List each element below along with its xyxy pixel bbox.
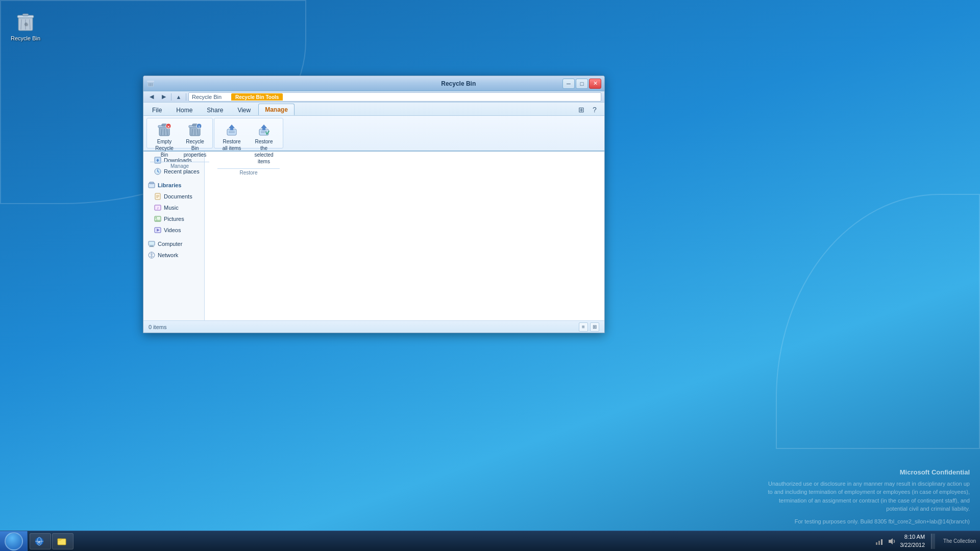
svg-text:e: e (38, 540, 41, 544)
svg-rect-52 (150, 245, 153, 246)
start-button[interactable] (0, 531, 28, 551)
window-controls: ─ □ ✕ (562, 79, 601, 89)
empty-recycle-bin-button[interactable]: ✕ Empty Recycle Bin (150, 120, 179, 161)
recycle-bin-icon: ♻ (15, 10, 36, 33)
minimize-button[interactable]: ─ (562, 79, 575, 89)
restore-selected-button[interactable]: Restore the selected items (248, 120, 280, 167)
restore-all-items-button[interactable]: Restore all items (217, 120, 246, 154)
status-bar: 0 items ≡ ⊞ (143, 320, 604, 333)
watermark-line3: termination of an assignment or contract… (768, 496, 970, 505)
svg-text:♪: ♪ (157, 206, 159, 210)
svg-rect-8 (147, 81, 154, 82)
manage-group-label: Manage (150, 162, 209, 169)
videos-icon (154, 226, 162, 234)
watermark-build: For testing purposes only. Build 8305 fb… (768, 517, 970, 526)
restore-all-label: Restore all items (223, 138, 241, 152)
empty-recycle-bin-icon: ✕ (157, 123, 172, 137)
back-button[interactable]: ◀ (146, 92, 157, 102)
restore-all-icon (225, 123, 239, 137)
taskbar-right: 8:10 AM 3/22/2012 The Collection (875, 533, 980, 549)
close-button[interactable]: ✕ (589, 79, 601, 89)
taskbar-explorer-item[interactable] (52, 533, 74, 549)
explorer-taskbar-icon (57, 536, 67, 546)
volume-tray-icon (888, 537, 896, 545)
toolbar-separator-1 (171, 93, 172, 101)
collection-label: The Collection (943, 538, 976, 544)
documents-icon (154, 192, 162, 201)
sidebar-item-computer[interactable]: Computer (143, 236, 204, 249)
taskbar: e 8:10 AM 3/22/2012 The Collection (0, 531, 980, 551)
network-label: Network (158, 252, 178, 258)
sidebar-item-documents[interactable]: Documents (143, 191, 204, 202)
taskbar-clock[interactable]: 8:10 AM 3/22/2012 (900, 533, 925, 549)
recycle-bin-properties-label: Recycle Bin properties (184, 138, 206, 158)
sidebar-item-videos[interactable]: Videos (143, 224, 204, 236)
svg-rect-51 (149, 241, 155, 245)
window-title: Recycle Bin (355, 80, 563, 87)
tab-view[interactable]: View (231, 104, 257, 115)
sidebar-item-network[interactable]: Network (143, 249, 204, 261)
libraries-icon (148, 181, 156, 189)
svg-rect-62 (878, 541, 880, 545)
sidebar-item-pictures[interactable]: Pictures (143, 213, 204, 224)
recent-places-label: Recent places (164, 168, 200, 174)
ribbon-help-icon[interactable]: ? (589, 104, 600, 115)
svg-text:♻: ♻ (24, 22, 28, 27)
computer-label: Computer (158, 241, 182, 247)
network-tray-icon (875, 537, 884, 545)
network-icon (148, 251, 156, 259)
svg-rect-53 (149, 246, 154, 247)
clock-time: 8:10 AM (900, 533, 925, 541)
music-icon: ♪ (154, 204, 162, 212)
documents-label: Documents (164, 193, 192, 199)
start-orb (5, 532, 23, 550)
taskbar-ie-item[interactable]: e (30, 533, 51, 549)
libraries-label: Libraries (158, 182, 181, 188)
svg-rect-63 (881, 539, 883, 545)
videos-label: Videos (164, 227, 181, 233)
music-label: Music (164, 205, 179, 211)
empty-recycle-bin-label: Empty Recycle Bin (155, 138, 174, 158)
svg-rect-61 (876, 542, 877, 545)
address-text: Recycle Bin (192, 94, 222, 100)
restore-selected-label: Restore the selected items (253, 138, 275, 165)
svg-text:i: i (199, 124, 200, 129)
watermark-line4: potential civil and criminal liability. (768, 505, 970, 513)
restore-group-label: Restore (217, 168, 280, 176)
large-icons-button[interactable]: ⊞ (590, 322, 599, 332)
ribbon-manage-buttons: ✕ Empty Recycle Bin (150, 120, 209, 161)
up-folder-button[interactable]: ▲ (174, 92, 184, 102)
svg-point-48 (156, 217, 157, 219)
ribbon-expand-icon[interactable]: ⊞ (576, 104, 587, 115)
watermark-area: Microsoft Confidential Unauthorized use … (768, 467, 970, 525)
title-bar: Recycle Bin ─ □ ✕ (143, 76, 604, 91)
svg-line-5 (30, 19, 30, 30)
watermark-title: Microsoft Confidential (768, 467, 970, 478)
maximize-button[interactable]: □ (576, 79, 588, 89)
tab-home[interactable]: Home (169, 104, 199, 115)
watermark-line2: to and including termination of employme… (768, 488, 970, 496)
recycle-bin-desktop-label: Recycle Bin (11, 35, 40, 42)
ribbon-content: ✕ Empty Recycle Bin (143, 116, 604, 152)
main-area: Downloads Recent places Libraries (143, 152, 604, 320)
svg-marker-64 (889, 538, 893, 544)
tab-file[interactable]: File (145, 104, 168, 115)
ribbon-right-icons: ⊞ ? (574, 104, 602, 115)
show-desktop-button[interactable] (931, 534, 935, 549)
tab-share[interactable]: Share (200, 104, 230, 115)
sidebar-item-music[interactable]: ♪ Music (143, 202, 204, 213)
watermark-line1: Unauthorized use or disclosure in any ma… (768, 480, 970, 488)
ie-icon: e (34, 536, 44, 546)
recycle-bin-desktop-icon[interactable]: ♻ Recycle Bin (8, 10, 43, 42)
details-view-button[interactable]: ≡ (579, 322, 588, 332)
sidebar-section-libraries: Libraries (143, 177, 204, 191)
desktop-decoration-2 (776, 194, 980, 449)
sidebar: Downloads Recent places Libraries (143, 152, 205, 320)
recycle-bin-properties-button[interactable]: i Recycle Bin properties (181, 120, 209, 161)
svg-line-3 (21, 19, 21, 30)
tab-manage[interactable]: Manage (258, 104, 295, 115)
items-count: 0 items (149, 324, 166, 330)
ribbon-group-manage: ✕ Empty Recycle Bin (146, 118, 213, 148)
ribbon-tools-tab-label: Recycle Bin Tools (231, 93, 283, 101)
forward-button[interactable]: ▶ (159, 92, 169, 102)
